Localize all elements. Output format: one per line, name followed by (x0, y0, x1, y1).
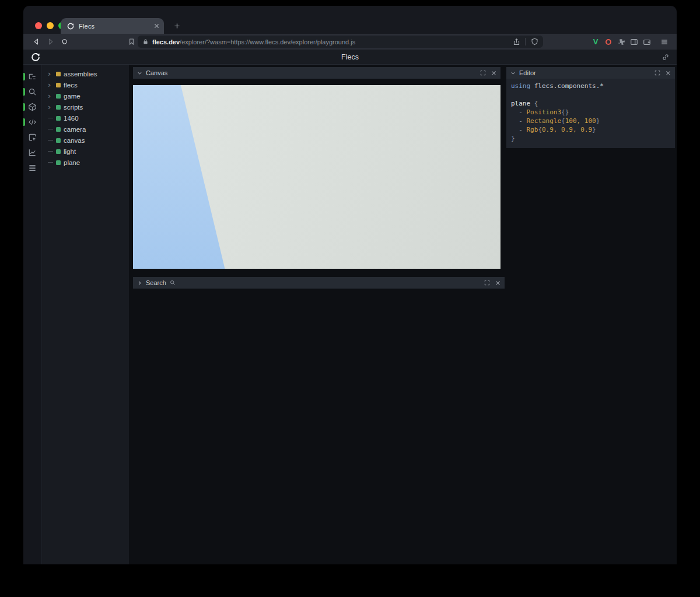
tables-icon[interactable] (23, 163, 41, 172)
editor-panel-header: Editor (506, 67, 675, 79)
code-line: - Rectangle{100, 100} (511, 117, 670, 125)
entity-tree-icon[interactable] (23, 72, 41, 81)
tree-connector (48, 118, 53, 118)
browser-toolbar: flecs.dev/explorer/?wasm=https://www.fle… (23, 34, 677, 50)
entity-color-square (56, 149, 61, 154)
wallet-icon[interactable] (640, 36, 653, 48)
entity-color-square (56, 83, 61, 87)
tree-item-assemblies[interactable]: ›assemblies (42, 68, 129, 79)
chevron-down-icon[interactable] (137, 71, 142, 76)
tree-item-game[interactable]: ›game (42, 90, 129, 101)
app-content: ›assemblies›flecs›game›scripts1460camera… (23, 65, 677, 564)
tab-close-icon[interactable] (154, 23, 159, 29)
search-icon (170, 280, 176, 286)
close-icon[interactable] (495, 280, 501, 286)
expand-icon[interactable] (654, 70, 660, 76)
tree-item-label: game (64, 93, 80, 100)
tab-title: Flecs (79, 23, 150, 30)
url-text: flecs.dev/explorer/?wasm=https://www.fle… (152, 38, 506, 45)
editor-panel-title: Editor (519, 69, 536, 76)
sidebar-toggle-icon[interactable] (628, 36, 640, 48)
share-icon[interactable] (510, 36, 523, 48)
entity-color-square (56, 105, 61, 110)
active-indicator (23, 88, 25, 96)
bookmark-icon[interactable] (125, 36, 138, 48)
active-indicator (23, 118, 25, 126)
components-icon[interactable] (23, 103, 41, 111)
tree-connector (48, 140, 53, 141)
canvas-viewport[interactable] (133, 85, 501, 269)
entity-color-square (56, 116, 61, 121)
divider (525, 38, 526, 45)
chevron-down-icon[interactable] (510, 71, 516, 76)
tree-item-light[interactable]: light (42, 146, 129, 157)
main-area: Canvas (129, 65, 677, 564)
tree-item-1460[interactable]: 1460 (42, 113, 129, 124)
entity-color-square (56, 160, 61, 165)
expand-chevron-icon[interactable]: › (48, 70, 53, 78)
search-panel: Search (133, 277, 505, 289)
browser-tab[interactable]: Flecs (61, 18, 164, 34)
reload-button[interactable] (57, 35, 71, 49)
address-bar[interactable]: flecs.dev/explorer/?wasm=https://www.fle… (138, 36, 543, 48)
active-indicator (23, 103, 25, 111)
tree-item-canvas[interactable]: canvas (42, 135, 129, 146)
search-panel-header: Search (133, 277, 505, 289)
browser-window: Flecs flecs.dev/explorer/?wasm=https:/ (23, 6, 677, 564)
entity-tree: ›assemblies›flecs›game›scripts1460camera… (42, 65, 129, 564)
tree-item-plane[interactable]: plane (42, 157, 129, 168)
brave-shields-icon[interactable] (528, 36, 541, 48)
menu-icon[interactable] (658, 36, 671, 48)
entity-color-square (56, 72, 61, 76)
code-line: plane { (511, 99, 670, 108)
flecs-logo-icon[interactable] (30, 52, 41, 62)
expand-chevron-icon[interactable]: › (48, 103, 53, 111)
query-search-icon[interactable] (23, 87, 41, 96)
active-indicator (23, 73, 25, 80)
extension-ring-icon[interactable] (602, 39, 615, 45)
window-close-button[interactable] (35, 22, 42, 29)
tree-connector (48, 129, 53, 129)
editor-code[interactable]: using flecs.components.* plane { - Posit… (506, 79, 675, 148)
tree-connector (48, 162, 53, 163)
new-tab-button[interactable] (170, 19, 183, 32)
canvas-sky (133, 85, 501, 269)
back-button[interactable] (29, 35, 43, 49)
editor-panel: Editor using flecs.components.* plane { … (506, 67, 675, 148)
lock-icon[interactable] (142, 38, 149, 45)
close-icon[interactable] (666, 71, 671, 76)
code-line: } (511, 134, 670, 143)
close-icon[interactable] (491, 71, 496, 76)
url-path: /explorer/?wasm=https://www.flecs.dev/ex… (180, 38, 355, 45)
statistics-icon[interactable] (23, 148, 41, 157)
extension-v-icon[interactable]: V (589, 37, 602, 46)
tree-item-label: assemblies (64, 71, 97, 78)
extensions-puzzle-icon[interactable] (615, 36, 628, 48)
window-minimize-button[interactable] (47, 22, 54, 29)
code-line (511, 90, 670, 99)
app-header: Flecs (23, 50, 677, 65)
flecs-favicon-icon (66, 22, 75, 30)
tree-item-label: 1460 (64, 115, 79, 122)
entity-color-square (56, 127, 61, 132)
expand-icon[interactable] (484, 280, 490, 286)
code-line: - Rgb{0.9, 0.9, 0.9} (511, 125, 670, 134)
script-editor-icon[interactable] (23, 118, 41, 127)
code-line: - Position3{} (511, 108, 670, 117)
tree-item-camera[interactable]: camera (42, 124, 129, 135)
expand-chevron-icon[interactable]: › (48, 81, 53, 89)
forward-button[interactable] (43, 35, 57, 49)
tree-item-label: plane (64, 159, 80, 166)
entity-color-square (56, 138, 61, 143)
tree-item-flecs[interactable]: ›flecs (42, 79, 129, 90)
tree-item-scripts[interactable]: ›scripts (42, 101, 129, 113)
expand-chevron-icon[interactable]: › (48, 92, 53, 100)
share-link-icon[interactable] (662, 53, 670, 61)
canvas-panel-title: Canvas (146, 69, 167, 76)
expand-icon[interactable] (480, 70, 486, 76)
inspector-icon[interactable] (23, 133, 41, 142)
chevron-right-icon[interactable] (137, 280, 142, 286)
entity-color-square (56, 94, 61, 99)
canvas-panel-header: Canvas (133, 67, 501, 79)
tree-connector (48, 151, 53, 152)
